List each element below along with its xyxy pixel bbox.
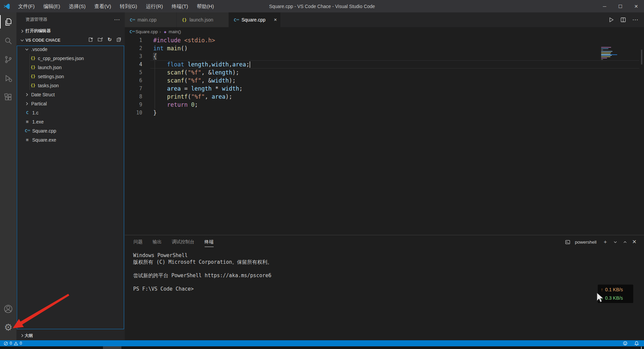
download-arrow-icon: ↓ (601, 294, 603, 302)
symbol-method-icon: ◈ (163, 29, 169, 34)
tree-item-settings.json[interactable]: {}settings.json (16, 72, 125, 81)
more-actions-icon[interactable]: ⋯ (114, 16, 120, 23)
maximize-button[interactable]: ☐ (612, 0, 628, 12)
tree-item-square.cpp[interactable]: C++Square.cpp (16, 126, 125, 135)
code-line-7[interactable]: 7 area = length * width; (125, 85, 644, 93)
close-tab-icon[interactable]: ✕ (272, 17, 277, 22)
errors-icon (4, 341, 8, 346)
tab-square.cpp[interactable]: C++Square.cpp✕ (229, 12, 281, 27)
panel-tab-终端[interactable]: 终端 (205, 235, 214, 249)
json-icon: {} (30, 65, 36, 70)
shell-label[interactable]: powershell (575, 240, 597, 245)
tree-item-date-struct[interactable]: Date Struct (16, 90, 125, 99)
chevron-down-icon (24, 47, 29, 52)
vscode-logo-icon (3, 3, 10, 10)
code-text: area = length * width; (153, 85, 243, 92)
menubar-item[interactable]: 文件(F) (14, 0, 39, 12)
tab-main.cpp[interactable]: C++main.cpp (125, 12, 177, 27)
activity-bar: ⚙ (0, 12, 16, 340)
close-button[interactable]: ✕ (628, 0, 644, 12)
cpp-icon: C++ (24, 128, 30, 133)
tree-item-tasks.json[interactable]: {}tasks.json (16, 81, 125, 90)
code-line-3[interactable]: 3{ (125, 52, 644, 60)
menubar-item[interactable]: 查看(V) (90, 0, 115, 12)
menubar-item[interactable]: 终端(T) (167, 0, 193, 12)
exe-icon: ≡ (24, 137, 30, 142)
menubar-item[interactable]: 帮助(H) (193, 0, 218, 12)
menubar-item[interactable]: 编辑(E) (39, 0, 64, 12)
minimize-button[interactable]: ─ (597, 0, 612, 12)
code-line-6[interactable]: 6 scanf("%f", &width); (125, 77, 644, 85)
search-icon[interactable] (0, 31, 16, 50)
chevron-right-icon (20, 29, 24, 34)
line-number: 3 (125, 53, 142, 59)
panel-tab-问题[interactable]: 问题 (133, 235, 143, 249)
tree-item-launch.json[interactable]: {}launch.json (16, 63, 125, 72)
split-editor-button[interactable] (620, 17, 626, 23)
menubar-item[interactable]: 转到(G) (115, 0, 142, 12)
feedback-icon[interactable] (623, 341, 628, 346)
tree-item-c-cpp-properties.json[interactable]: {}c_cpp_properties.json (16, 54, 125, 63)
code-line-2[interactable]: 2int main() (125, 44, 644, 52)
code-text: return 0; (153, 101, 198, 108)
settings-icon[interactable]: ⚙ (0, 318, 16, 337)
breadcrumb-item[interactable]: main() (169, 29, 181, 34)
code-text: printf("%f", area); (153, 93, 232, 100)
menu-bar: 文件(F)编辑(E)选择(S)查看(V)转到(G)运行(R)终端(T)帮助(H) (14, 0, 218, 12)
panel-tab-输出[interactable]: 输出 (153, 235, 162, 249)
editor-actions: ⋯ (608, 12, 644, 27)
tree-item-1.c[interactable]: C1.c (16, 108, 125, 117)
run-button[interactable] (608, 17, 614, 23)
notifications-bell-icon[interactable] (634, 341, 639, 346)
warning-count: 0 (20, 341, 22, 346)
outline-section[interactable]: 大纲 (16, 331, 125, 340)
taskbar-tick (641, 347, 642, 349)
breadcrumb-item[interactable]: Square.cpp (136, 29, 158, 34)
collapse-all-icon[interactable] (116, 37, 121, 43)
code-editor[interactable]: 1#include <stdio.h>2int main()3{4 float … (125, 36, 644, 235)
breadcrumb-separator: › (160, 29, 161, 34)
more-actions-icon[interactable]: ⋯ (632, 16, 639, 23)
run-debug-icon[interactable] (0, 69, 16, 88)
code-line-10[interactable]: 10} (125, 109, 644, 117)
taskbar-strip (0, 346, 644, 349)
tab-label: main.cpp (138, 17, 157, 22)
cpp-file-icon: C++ (233, 17, 239, 22)
open-editors-section[interactable]: 打开的编辑器 (16, 27, 125, 36)
tree-item-partical[interactable]: Partical (16, 99, 125, 108)
breadcrumb[interactable]: C++Square.cpp›◈main() (125, 27, 644, 36)
chevron-right-icon (24, 92, 29, 97)
workspace-section[interactable]: VS CODE CHACE ↻ (16, 36, 125, 45)
menubar-item[interactable]: 选择(S) (64, 0, 90, 12)
tab-launch.json[interactable]: {}launch.json (177, 12, 229, 27)
terminal-line (133, 265, 637, 272)
new-folder-icon[interactable] (98, 37, 103, 43)
shell-dropdown-icon[interactable] (613, 240, 618, 245)
code-line-5[interactable]: 5 scanf("%f", &length); (125, 68, 644, 77)
code-line-8[interactable]: 8 printf("%f", area); (125, 93, 644, 101)
code-line-9[interactable]: 9 return 0; (125, 101, 644, 109)
new-terminal-icon[interactable]: ＋ (603, 239, 608, 245)
source-control-icon[interactable] (0, 50, 16, 69)
account-icon[interactable] (0, 299, 16, 318)
tree-item-1.exe[interactable]: ≡1.exe (16, 117, 125, 126)
refresh-icon[interactable]: ↻ (107, 37, 112, 43)
code-line-1[interactable]: 1#include <stdio.h> (125, 36, 644, 44)
problems-status[interactable]: 0 0 (0, 341, 22, 346)
explorer-icon[interactable] (0, 12, 16, 31)
panel-tab-bar: 问题输出调试控制台终端 powershell ＋ ✕ (125, 235, 644, 249)
terminal-line: 版权所有 (C) Microsoft Corporation。保留所有权利。 (133, 259, 637, 265)
code-line-4[interactable]: 4 float length,width,area; (125, 60, 644, 68)
panel-tab-调试控制台[interactable]: 调试控制台 (172, 235, 195, 249)
terminal-output[interactable]: Windows PowerShell版权所有 (C) Microsoft Cor… (133, 252, 637, 338)
line-number: 8 (125, 94, 142, 100)
tree-item-.vscode[interactable]: .vscode (16, 45, 125, 54)
network-speed-overlay: ↑ 0.1 KB/s ↓ 0.3 KB/s (598, 285, 633, 303)
tree-item-square.exe[interactable]: ≡Square.exe (16, 135, 125, 144)
close-panel-icon[interactable]: ✕ (632, 239, 637, 245)
new-file-icon[interactable] (88, 37, 93, 43)
maximize-panel-icon[interactable] (623, 240, 628, 245)
taskbar-item (103, 346, 121, 349)
extensions-icon[interactable] (0, 88, 16, 106)
menubar-item[interactable]: 运行(R) (142, 0, 167, 12)
